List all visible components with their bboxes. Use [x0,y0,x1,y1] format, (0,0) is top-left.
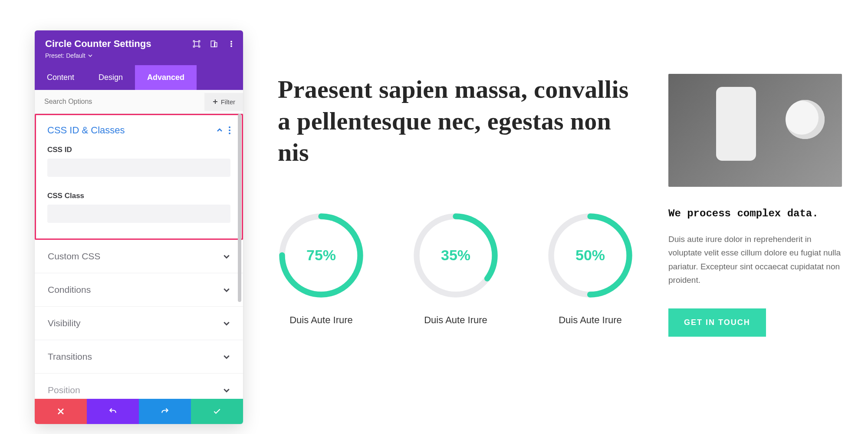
circle-label: Duis Aute Irure [559,315,622,326]
css-class-label: CSS Class [47,192,230,200]
section-css-id-classes: CSS ID & Classes CSS ID CSS Class [35,114,243,240]
panel-footer [35,399,243,424]
panel-header: Circle Counter Settings Preset: Default [35,30,243,65]
panel-header-icons [193,40,235,48]
chevron-down-icon [223,253,230,260]
filter-button[interactable]: Filter [204,93,243,111]
filter-label: Filter [221,98,235,106]
section-label: Custom CSS [48,251,100,262]
circle-value: 35% [412,212,499,299]
svg-rect-0 [194,42,199,46]
section-position[interactable]: Position [35,374,243,399]
panel-tabs: Content Design Advanced [35,65,243,90]
settings-panel: Circle Counter Settings Preset: Default … [35,30,243,424]
side-image [668,74,842,187]
panel-body: CSS ID & Classes CSS ID CSS Class Custom… [35,114,243,399]
circle-label: Duis Aute Irure [424,315,487,326]
svg-point-3 [231,41,232,42]
circle-counters: 75% Duis Aute Irure 35% Duis Aute Irure [278,212,634,326]
section-conditions[interactable]: Conditions [35,273,243,307]
chevron-down-icon [223,320,230,327]
search-input[interactable] [35,90,204,113]
save-button[interactable] [191,399,243,424]
responsive-icon[interactable] [210,40,218,48]
tab-advanced[interactable]: Advanced [135,65,197,90]
section-visibility[interactable]: Visibility [35,307,243,340]
close-icon [56,407,65,416]
section-label: Visibility [48,318,80,328]
chevron-up-icon[interactable] [217,127,223,133]
tab-content[interactable]: Content [35,65,86,90]
circle-value: 50% [547,212,634,299]
kebab-icon[interactable] [227,40,235,48]
redo-icon [161,407,169,416]
expand-icon[interactable] [193,40,201,48]
circle-counter: 75% Duis Aute Irure [278,212,365,326]
circle-value: 75% [278,212,365,299]
css-id-input[interactable] [47,159,230,177]
redo-button[interactable] [139,399,191,424]
tab-design[interactable]: Design [86,65,135,90]
kebab-icon[interactable] [229,126,230,134]
page-headline: Praesent sapien massa, convallis a pelle… [278,74,634,169]
circle-label: Duis Aute Irure [289,315,353,326]
panel-search: Filter [35,90,243,114]
preset-dropdown[interactable]: Preset: Default [45,52,233,59]
undo-icon [108,407,117,416]
cancel-button[interactable] [35,399,87,424]
chevron-down-icon [223,353,230,360]
cta-button[interactable]: GET IN TOUCH [668,308,766,337]
plus-icon [212,99,218,105]
page-preview: Praesent sapien massa, convallis a pelle… [278,74,842,337]
caret-down-icon [88,53,92,58]
section-label: Transitions [48,351,92,362]
circle-counter: 35% Duis Aute Irure [412,212,499,326]
section-label: Position [48,385,80,395]
chevron-down-icon [223,387,230,394]
sidebar-content: We process complex data. Duis aute irure… [668,74,842,337]
preset-label: Preset: Default [45,52,85,59]
check-icon [213,407,221,416]
side-text: Duis aute irure dolor in reprehenderit i… [668,232,842,287]
section-label: Conditions [48,285,91,295]
css-class-input[interactable] [47,205,230,223]
section-transitions[interactable]: Transitions [35,340,243,374]
side-heading: We process complex data. [668,208,842,219]
circle-counter: 50% Duis Aute Irure [547,212,634,326]
section-custom-css[interactable]: Custom CSS [35,240,243,273]
scrollbar[interactable] [238,114,241,302]
undo-button[interactable] [87,399,139,424]
css-id-label: CSS ID [47,146,230,154]
chevron-down-icon [223,286,230,293]
svg-point-5 [231,46,232,46]
section-title[interactable]: CSS ID & Classes [47,125,125,136]
svg-point-4 [231,43,232,44]
